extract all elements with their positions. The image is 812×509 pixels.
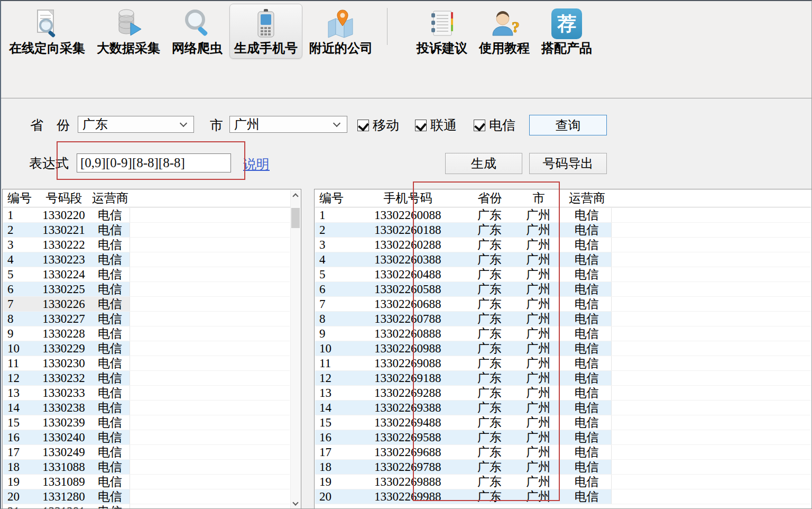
table-cell: 广州 [514, 460, 562, 474]
carrier-checkbox-unicom[interactable] [415, 120, 427, 131]
table-cell: 广东 [465, 475, 515, 489]
table-row[interactable]: 913302260888广东广州电信 [315, 326, 811, 341]
table-row[interactable]: 191331089电信 [3, 475, 290, 489]
table-row[interactable]: 613302260588广东广州电信 [315, 282, 811, 297]
query-button[interactable]: 查询 [529, 115, 607, 135]
mobile-phone-icon [248, 6, 283, 41]
table-row[interactable]: 1413302269388广东广州电信 [315, 401, 811, 415]
table-cell: 17 [3, 445, 38, 459]
toolbar-item-label: 生成手机号 [234, 41, 298, 55]
generate-button[interactable]: 生成 [445, 153, 522, 174]
column-header[interactable]: 手机号码 [351, 189, 465, 207]
segment-table-body: 11330220电信21330221电信31330222电信41330223电信… [3, 208, 290, 508]
table-cell: 1330228 [38, 326, 90, 341]
column-header[interactable]: 市 [515, 189, 562, 207]
table-row[interactable]: 513302260488广东广州电信 [315, 267, 811, 282]
table-cell: 电信 [562, 460, 611, 474]
toolbar-item-nearby-company[interactable]: 附近的公司 [304, 4, 377, 59]
toolbar-item-generate-phone[interactable]: 生成手机号 [229, 4, 302, 59]
table-row[interactable]: 201331280电信 [3, 489, 290, 504]
table-row[interactable]: 713302260688广东广州电信 [315, 297, 811, 312]
carrier-checkbox-telecom[interactable] [474, 120, 485, 131]
table-cell: 1330226 [38, 297, 90, 311]
table-cell: 1330238 [38, 401, 90, 415]
table-row[interactable]: 113302260088广东广州电信 [315, 208, 811, 223]
table-row[interactable]: 1213302269188广东广州电信 [315, 371, 811, 386]
table-row[interactable]: 413302260388广东广州电信 [315, 252, 811, 267]
table-row[interactable]: 1513302269488广东广州电信 [315, 415, 811, 430]
table-row[interactable]: 121330232电信 [3, 371, 290, 386]
table-cell: 7 [3, 297, 38, 311]
segment-table-scrollbar[interactable] [290, 190, 300, 508]
table-row[interactable]: 131330233电信 [3, 386, 290, 401]
toolbar-item-products[interactable]: 荐 搭配产品 [537, 4, 597, 59]
table-row[interactable]: 111330230电信 [3, 356, 290, 371]
export-button[interactable]: 号码导出 [529, 153, 607, 174]
table-row[interactable]: 101330229电信 [3, 341, 290, 356]
table-row[interactable]: 91330228电信 [3, 326, 290, 341]
table-row[interactable]: 1713302269688广东广州电信 [315, 445, 811, 460]
doc-search-icon [30, 6, 64, 41]
table-cell: 广东 [465, 238, 515, 252]
table-row[interactable]: 1913302269888广东广州电信 [315, 475, 811, 489]
table-row[interactable]: 71330226电信 [3, 297, 290, 312]
table-cell: 广州 [514, 238, 562, 252]
table-row[interactable]: 141330238电信 [3, 401, 290, 415]
scroll-down-icon[interactable] [291, 498, 300, 508]
table-cell: 广州 [514, 312, 562, 326]
table-row[interactable]: 213302260188广东广州电信 [315, 223, 811, 238]
scroll-up-icon[interactable] [291, 190, 300, 200]
table-row[interactable]: 171330249电信 [3, 445, 290, 460]
table-row[interactable]: 1313302269288广东广州电信 [315, 386, 811, 401]
help-link[interactable]: 说明 [243, 156, 270, 173]
table-row[interactable]: 1013302260988广东广州电信 [315, 341, 811, 356]
city-value: 广州 [234, 116, 260, 133]
column-header[interactable]: 运营商 [90, 189, 130, 207]
table-row[interactable]: 151330239电信 [3, 415, 290, 430]
toolbar-item-label: 网络爬虫 [172, 41, 223, 55]
table-row[interactable]: 41330223电信 [3, 252, 290, 267]
carrier-checkbox-mobile[interactable] [357, 120, 369, 131]
toolbar-item-feedback[interactable]: 投诉建议 [412, 4, 472, 59]
table-row[interactable]: 81330227电信 [3, 312, 290, 326]
toolbar-item-web-crawler[interactable]: 网络爬虫 [167, 4, 227, 59]
column-header[interactable]: 编号 [315, 189, 351, 207]
table-cell: 1330220 [38, 208, 90, 222]
province-select[interactable]: 广东 [78, 116, 194, 133]
table-cell: 13302269988 [351, 489, 465, 504]
table-cell: 10 [315, 341, 351, 356]
table-row[interactable]: 31330222电信 [3, 238, 290, 252]
toolbar-item-bigdata-collect[interactable]: 大数据采集 [92, 4, 165, 59]
database-collect-icon [111, 6, 146, 41]
column-header[interactable]: 省份 [465, 189, 515, 207]
toolbar-item-online-collect[interactable]: 在线定向采集 [4, 4, 90, 59]
table-row[interactable]: 21330221电信 [3, 223, 290, 238]
table-row[interactable]: 813302260788广东广州电信 [315, 312, 811, 326]
table-cell: 1330222 [38, 238, 90, 252]
table-row[interactable]: 211331281电信 [3, 504, 290, 508]
table-cell: 广州 [514, 430, 562, 444]
toolbar-item-tutorial[interactable]: ? 使用教程 [474, 4, 534, 59]
table-row[interactable]: 181331088电信 [3, 460, 290, 475]
table-cell: 电信 [90, 475, 130, 489]
table-cell: 电信 [90, 341, 130, 356]
column-header[interactable]: 号码段 [38, 189, 90, 207]
table-row[interactable]: 51330224电信 [3, 267, 290, 282]
scroll-thumb[interactable] [291, 208, 300, 228]
table-cell: 13302269888 [351, 475, 465, 489]
toolbar-item-label: 使用教程 [479, 41, 530, 55]
column-header[interactable]: 运营商 [562, 189, 612, 207]
expression-input[interactable] [77, 153, 231, 172]
table-row[interactable]: 1813302269788广东广州电信 [315, 460, 811, 475]
table-cell: 广东 [465, 401, 515, 415]
column-header[interactable]: 编号 [3, 189, 38, 207]
table-row[interactable]: 1613302269588广东广州电信 [315, 430, 811, 445]
chevron-down-icon [333, 119, 340, 126]
table-row[interactable]: 161330240电信 [3, 430, 290, 445]
city-select[interactable]: 广州 [229, 116, 347, 133]
table-row[interactable]: 313302260288广东广州电信 [315, 238, 811, 252]
table-row[interactable]: 1113302269088广东广州电信 [315, 356, 811, 371]
table-row[interactable]: 2013302269988广东广州电信 [315, 489, 811, 504]
table-row[interactable]: 61330225电信 [3, 282, 290, 297]
table-row[interactable]: 11330220电信 [3, 208, 290, 223]
